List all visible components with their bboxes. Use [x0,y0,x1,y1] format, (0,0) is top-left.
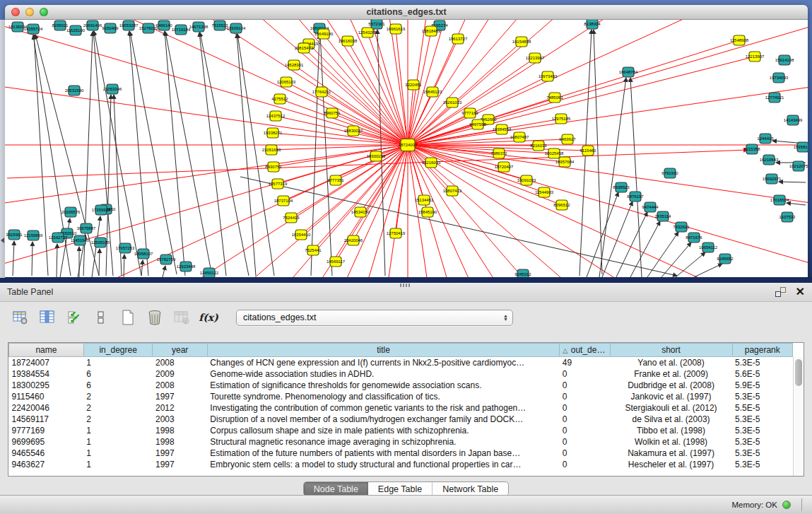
network-node[interactable]: 20691406 [83,21,102,30]
table-cell-short[interactable]: Yano et al. (2008) [610,357,732,368]
network-node[interactable]: 7986372 [490,148,507,158]
table-cell-out_degree[interactable]: 49 [560,357,610,368]
table-cell-year[interactable]: 2008 [153,357,207,368]
table-row[interactable]: 946362711997Embryonic stem cells: a mode… [9,459,793,470]
table-cell-short[interactable]: Stergiakouli et al. (2012) [610,402,732,414]
table-cell-pagerank[interactable]: 5.3E-5 [732,459,793,470]
network-node[interactable]: 18300295 [367,151,386,161]
network-node[interactable]: 10807412 [443,186,462,196]
network-node[interactable]: 15845190 [418,207,437,217]
network-node[interactable]: 16648784 [619,67,638,77]
network-node[interactable]: 8138004 [584,20,601,29]
column-header-out_degree[interactable]: △ out_de… [560,344,610,357]
table-cell-title[interactable]: Estimation of the future numbers of pati… [207,448,560,459]
select-all-columns-icon[interactable]: ✔✔✔ [65,309,83,326]
table-row[interactable]: 969969511998Structural magnetic resonanc… [9,436,793,448]
network-node[interactable]: 9777169 [461,108,478,118]
column-header-pagerank[interactable]: pagerank [732,344,793,357]
network-node[interactable]: 11451940 [71,235,90,245]
table-cell-pagerank[interactable]: 5.3E-5 [732,357,793,368]
network-node[interactable]: 12975185 [552,114,571,124]
table-cell-pagerank[interactable]: 5.3E-5 [732,436,793,448]
table-cell-out_degree[interactable]: 0 [560,402,610,414]
network-node[interactable]: 12213967 [526,53,545,63]
network-node[interactable]: 8960751 [324,108,341,118]
network-node[interactable]: 16261033 [443,98,462,107]
table-cell-pagerank[interactable]: 5.3E-5 [732,414,793,425]
function-builder-icon[interactable]: f(x) [199,309,218,326]
table-cell-in_degree[interactable]: 6 [83,380,153,391]
network-svg[interactable]: 1813600414355724826501111625190206914069… [5,20,808,282]
table-cell-pagerank[interactable]: 5.6E-5 [732,368,793,380]
table-cell-short[interactable]: Franke et al. (2009) [610,368,732,380]
table-cell-name[interactable]: 18724007 [9,357,84,368]
table-cell-title[interactable]: Changes of HCN gene expression and I(f) … [207,357,560,368]
table-cell-out_degree[interactable]: 0 [560,436,610,448]
network-node[interactable]: 15958101 [794,142,808,152]
table-cell-short[interactable]: Hescheler et al. (1997) [610,459,732,470]
network-node[interactable]: 21051693 [262,145,281,155]
table-cell-pagerank[interactable]: 5.3E-5 [732,448,793,459]
column-header-name[interactable]: name [9,344,84,357]
network-node[interactable]: 10958107 [134,249,153,259]
attribute-table[interactable]: namein_degreeyeartitle△ out_de…shortpage… [8,342,804,477]
network-node[interactable]: 19338271 [264,128,283,138]
table-row[interactable]: 946554611997Estimation of the future num… [9,448,793,459]
network-node[interactable]: 20531590 [65,86,84,95]
table-cell-out_degree[interactable]: 0 [560,380,610,391]
network-node[interactable]: 16210643 [760,155,779,165]
network-window-titlebar[interactable]: citations_edges.txt [5,5,808,20]
network-node[interactable]: 17016504 [770,195,789,205]
table-cell-short[interactable]: Jankovic et al. (1997) [610,391,732,402]
network-node[interactable]: 12450122 [200,268,219,278]
tab-edge-table[interactable]: Edge Table [368,482,432,496]
table-cell-year[interactable]: 2003 [153,414,207,425]
table-cell-out_degree[interactable]: 0 [560,368,610,380]
network-node[interactable]: 8215358 [743,144,760,154]
network-node[interactable]: 10719184 [172,25,191,35]
table-row[interactable]: 911546021997Tourette syndrome. Phenomeno… [9,391,793,402]
table-cell-name[interactable]: 9465546 [9,448,84,459]
column-header-title[interactable]: title [207,344,560,357]
network-node[interactable]: 10653287 [119,21,139,30]
table-cell-title[interactable]: Disruption of a novel member of a sodium… [207,414,560,425]
network-node[interactable]: 18309104 [227,23,246,33]
network-node[interactable]: 14143499 [784,115,803,125]
table-cell-title[interactable]: Investigating the contribution of common… [207,402,560,414]
close-panel-icon[interactable]: ✕ [796,287,805,297]
table-cell-in_degree[interactable]: 1 [83,448,153,459]
float-panel-icon[interactable] [775,287,786,297]
network-node[interactable]: 30975887 [77,223,96,233]
tab-node-table[interactable]: Node Table [304,482,368,496]
table-cell-in_degree[interactable]: 2 [83,414,153,425]
table-cell-pagerank[interactable]: 5.5E-5 [732,402,793,414]
table-cell-pagerank[interactable]: 5.9E-5 [732,380,793,391]
table-scrollbar[interactable] [793,357,804,476]
network-node[interactable]: 1107533 [779,212,796,222]
table-cell-title[interactable]: Estimation of significance thresholds fo… [207,380,560,391]
table-row[interactable]: 977716911998Corpus callosum shape and si… [9,425,793,436]
network-node[interactable]: 12437512 [266,111,286,121]
table-cell-out_degree[interactable]: 0 [560,459,610,470]
side-panel-divider[interactable] [0,20,5,278]
network-node[interactable]: 12774921 [765,93,784,103]
table-cell-short[interactable]: Tibbo et al. (1998) [610,425,732,436]
network-node[interactable]: 16961619 [387,24,406,34]
network-node[interactable]: 15692971 [763,174,782,184]
network-node[interactable]: 9777351 [327,175,344,185]
table-cell-year[interactable]: 2008 [153,380,207,391]
table-cell-year[interactable]: 1997 [153,391,207,402]
table-cell-short[interactable]: de Silva et al. (2003) [610,414,732,425]
table-cell-name[interactable]: 9699695 [9,436,84,448]
network-view-window[interactable]: citations_edges.txt 18136004143557248265… [5,5,808,283]
table-cell-out_degree[interactable]: 0 [560,414,610,425]
network-node[interactable]: 13577319 [269,179,288,189]
network-node[interactable]: 14671308 [189,22,208,32]
network-node[interactable]: 12750419 [387,228,406,238]
table-row[interactable]: 1872400712008Changes of HCN gene express… [9,357,793,368]
network-node[interactable]: 7485063 [546,93,563,103]
network-node[interactable]: 6879197 [627,192,644,201]
table-cell-in_degree[interactable]: 1 [83,436,153,448]
network-node[interactable]: 12923448 [177,262,196,271]
table-cell-title[interactable]: Embryonic stem cells: a model to study s… [207,459,560,470]
